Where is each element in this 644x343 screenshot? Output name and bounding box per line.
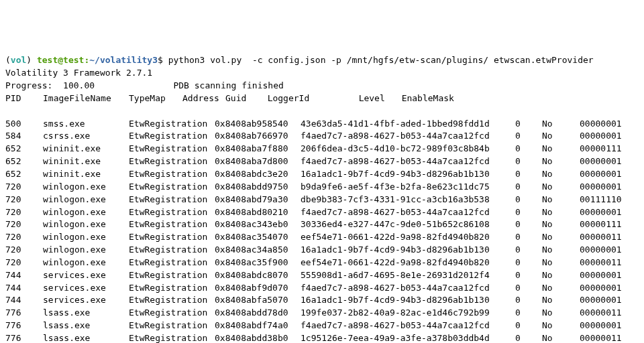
cell-mask: 00000001 <box>580 181 622 194</box>
cell-level: No <box>542 282 580 295</box>
cell-type: EtwRegistration <box>129 168 215 181</box>
cell-addr: 0x8408ac354070 <box>215 231 301 244</box>
hdr-level: Level <box>359 92 402 105</box>
cell-logger: 0 <box>515 143 542 155</box>
cell-addr: 0x8408aba7f880 <box>215 143 301 155</box>
cell-guid: 30336ed4-e327-447c-9de0-51b652c86108 <box>301 218 515 231</box>
cell-addr: 0x8408abdd78d0 <box>215 307 301 320</box>
cell-level: No <box>542 294 580 307</box>
cell-image: wininit.exe <box>43 155 129 168</box>
prompt-path: ~/volatility3 <box>89 55 158 65</box>
cell-mask: 00000001 <box>580 130 622 143</box>
cell-logger: 0 <box>515 257 542 269</box>
cell-guid: 16a1adc1-9b7f-4cd9-94b3-d8296ab1b130 <box>301 244 515 257</box>
cell-pid: 720 <box>5 194 43 206</box>
cell-pid: 720 <box>5 218 43 231</box>
cell-addr: 0x8408ab958540 <box>215 118 301 131</box>
cell-pid: 744 <box>5 282 43 295</box>
cell-mask: 00000011 <box>580 332 622 343</box>
cell-type: EtwRegistration <box>129 143 215 155</box>
cell-guid: 16a1adc1-9b7f-4cd9-94b3-d8296ab1b130 <box>301 294 515 307</box>
cell-type: EtwRegistration <box>129 244 215 257</box>
cell-logger: 0 <box>515 168 542 181</box>
cell-level: No <box>542 218 580 231</box>
cell-type: EtwRegistration <box>129 332 215 343</box>
cell-guid: 206f6dea-d3c5-4d10-bc72-989f03c8b84b <box>301 143 515 155</box>
cell-logger: 0 <box>515 244 542 257</box>
cell-guid: 1c95126e-7eea-49a9-a3fe-a378b03ddb4d <box>301 332 515 343</box>
cell-image: lsass.exe <box>43 307 129 320</box>
banner-framework: Volatility 3 Framework 2.7.1 <box>5 68 152 78</box>
cell-level: No <box>542 143 580 155</box>
prompt-venv: vol <box>11 55 26 65</box>
cell-image: wininit.exe <box>43 168 129 181</box>
cell-type: EtwRegistration <box>129 231 215 244</box>
hdr-address: Address <box>182 92 225 105</box>
cell-level: No <box>542 231 580 244</box>
cell-pid: 776 <box>5 320 43 332</box>
cell-addr: 0x8408ac35f900 <box>215 257 301 269</box>
cell-addr: 0x8408abd79a30 <box>215 194 301 206</box>
cell-logger: 0 <box>515 181 542 194</box>
cell-logger: 0 <box>515 269 542 282</box>
cell-guid: f4aed7c7-a898-4627-b053-44a7caa12fcd <box>301 282 515 295</box>
cell-pid: 744 <box>5 294 43 307</box>
cell-addr: 0x8408abdc8070 <box>215 269 301 282</box>
cell-type: EtwRegistration <box>129 307 215 320</box>
cell-pid: 720 <box>5 206 43 219</box>
cell-addr: 0x8408abdc3e20 <box>215 168 301 181</box>
cell-image: lsass.exe <box>43 320 129 332</box>
cell-logger: 0 <box>515 320 542 332</box>
cell-level: No <box>542 244 580 257</box>
cell-pid: 776 <box>5 307 43 320</box>
cell-mask: 00000001 <box>580 244 622 257</box>
prompt-paren-close: ) <box>26 55 37 65</box>
cell-logger: 0 <box>515 332 542 343</box>
cell-guid: eef54e71-0661-422d-9a98-82fd4940b820 <box>301 257 515 269</box>
cell-image: winlogon.exe <box>43 244 129 257</box>
cell-pid: 776 <box>5 332 43 343</box>
cell-type: EtwRegistration <box>129 181 215 194</box>
cell-addr: 0x8408abdd9750 <box>215 181 301 194</box>
cell-level: No <box>542 155 580 168</box>
cell-level: No <box>542 130 580 143</box>
cell-addr: 0x8408ab766970 <box>215 130 301 143</box>
hdr-logger: LoggerId <box>268 92 359 105</box>
cell-type: EtwRegistration <box>129 194 215 206</box>
cell-level: No <box>542 168 580 181</box>
cell-mask: 00000001 <box>580 155 622 168</box>
cell-image: smss.exe <box>43 118 129 131</box>
cell-level: No <box>542 181 580 194</box>
cell-type: EtwRegistration <box>129 269 215 282</box>
prompt-command[interactable]: python3 vol.py -c config.json -p /mnt/hg… <box>168 55 594 65</box>
cell-level: No <box>542 332 580 343</box>
prompt-dollar: $ <box>158 55 168 65</box>
cell-image: services.exe <box>43 294 129 307</box>
cell-pid: 720 <box>5 231 43 244</box>
cell-image: lsass.exe <box>43 332 129 343</box>
cell-type: EtwRegistration <box>129 257 215 269</box>
cell-addr: 0x8408aba7d800 <box>215 155 301 168</box>
cell-image: services.exe <box>43 269 129 282</box>
cell-mask: 00000001 <box>580 118 622 131</box>
cell-level: No <box>542 194 580 206</box>
cell-guid: 199fe037-2b82-40a9-82ac-e1d46c792b99 <box>301 307 515 320</box>
cell-mask: 00111110 <box>580 194 622 206</box>
cell-logger: 0 <box>515 218 542 231</box>
cell-logger: 0 <box>515 194 542 206</box>
cell-guid: 555908d1-a6d7-4695-8e1e-26931d2012f4 <box>301 269 515 282</box>
cell-type: EtwRegistration <box>129 118 215 131</box>
cell-addr: 0x8408ac343eb0 <box>215 218 301 231</box>
prompt-paren-open: ( <box>5 55 11 65</box>
cell-image: csrss.exe <box>43 130 129 143</box>
cell-addr: 0x8408abf9d070 <box>215 282 301 295</box>
terminal-output: (vol) test@test:~/volatility3$ python3 v… <box>5 54 639 343</box>
cell-logger: 0 <box>515 307 542 320</box>
cell-guid: dbe9b383-7cf3-4331-91cc-a3cb16a3b538 <box>301 194 515 206</box>
cell-logger: 0 <box>515 130 542 143</box>
cell-addr: 0x8408abdd38b0 <box>215 332 301 343</box>
cell-logger: 0 <box>515 282 542 295</box>
cell-image: winlogon.exe <box>43 194 129 206</box>
cell-guid: f4aed7c7-a898-4627-b053-44a7caa12fcd <box>301 206 515 219</box>
cell-mask: 00000001 <box>580 269 622 282</box>
